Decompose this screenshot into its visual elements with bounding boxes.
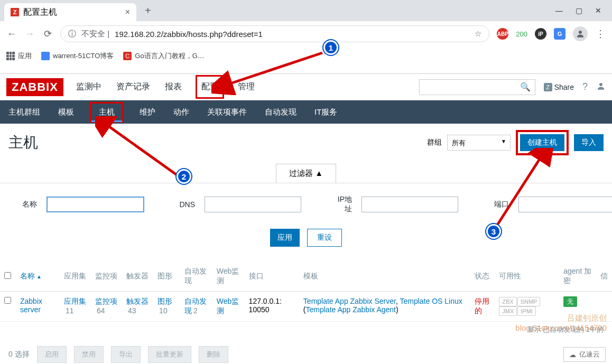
nav-configuration[interactable]: 配置: [196, 75, 224, 99]
bookmark-51cto[interactable]: warrent-51CTO博客: [41, 51, 114, 61]
col-availability: 可用性: [495, 262, 559, 292]
items-link[interactable]: 监控项: [95, 297, 117, 305]
user-icon[interactable]: [596, 81, 606, 93]
triggers-link[interactable]: 触发器: [126, 297, 149, 305]
interface-cell: 127.0.0.1: 10050: [245, 292, 299, 322]
reload-button[interactable]: ⟳: [42, 28, 53, 40]
subnav-templates[interactable]: 模板: [56, 102, 76, 123]
subnav-hosts[interactable]: 主机: [90, 102, 124, 123]
page-title-row: 主机 群组 所有 创建主机 导入: [0, 124, 612, 162]
filter-apply-button[interactable]: 应用: [270, 229, 300, 247]
maximize-icon[interactable]: ▢: [576, 6, 582, 15]
extension-count[interactable]: 200: [516, 30, 527, 38]
template-link[interactable]: Template App Zabbix Agent: [306, 305, 396, 314]
apps-icon: [6, 52, 15, 60]
create-host-button[interactable]: 创建主机: [520, 134, 564, 151]
main-nav: 监测中 资产记录 报表 配置 管理: [75, 75, 256, 99]
window-controls: — ▢ ✕: [555, 6, 608, 15]
close-window-icon[interactable]: ✕: [595, 6, 601, 15]
group-select[interactable]: 所有: [447, 135, 511, 151]
export-button: 导出: [111, 346, 141, 363]
abp-extension-icon[interactable]: ABP: [497, 28, 508, 40]
web-link[interactable]: Web监测: [217, 297, 239, 315]
status-toggle[interactable]: 停用的: [475, 297, 489, 315]
filter-fields: 名称 DNS IP地址 端口: [17, 195, 595, 214]
profile-avatar[interactable]: [573, 26, 588, 41]
tab-bar: Z 配置主机 × + — ▢ ✕: [0, 0, 612, 21]
extension-area: ABP 200 iP G ⋮: [497, 26, 606, 41]
col-web: Web监测: [212, 262, 245, 292]
minimize-icon[interactable]: —: [555, 6, 563, 15]
filter-panel: 名称 DNS IP地址 端口 应用 重设: [0, 183, 612, 258]
info-icon[interactable]: ⓘ: [68, 29, 76, 39]
table-row: Zabbix server 应用集11 监控项64 触发器43 图形10 自动发…: [0, 292, 612, 322]
address-bar[interactable]: ⓘ 不安全 | 192.168.20.2/zabbix/hosts.php?dd…: [60, 25, 489, 42]
nav-reports[interactable]: 报表: [164, 75, 183, 99]
browser-tab[interactable]: Z 配置主机 ×: [4, 3, 136, 21]
template-link[interactable]: Template OS Linux: [400, 297, 462, 305]
nav-bar: ← → ⟳ ⓘ 不安全 | 192.168.20.2/zabbix/hosts.…: [0, 21, 612, 46]
subnav-services[interactable]: IT服务: [312, 102, 339, 123]
share-button[interactable]: Z Share: [544, 83, 574, 91]
svg-point-0: [579, 31, 582, 34]
subnav-hostgroups[interactable]: 主机群组: [6, 102, 42, 123]
disable-button: 禁用: [74, 346, 104, 363]
back-button[interactable]: ←: [6, 29, 17, 40]
bookmark-icon: [41, 52, 50, 60]
select-all-checkbox[interactable]: [4, 272, 11, 279]
col-status: 状态: [470, 262, 495, 292]
ip-extension-icon[interactable]: iP: [535, 28, 546, 40]
subnav-actions[interactable]: 动作: [171, 102, 191, 123]
enable-button: 启用: [37, 346, 67, 363]
new-tab-button[interactable]: +: [145, 5, 151, 17]
search-input[interactable]: [424, 83, 520, 91]
template-link[interactable]: Template App Zabbix Server: [303, 297, 396, 305]
filter-ip-input[interactable]: [361, 197, 458, 212]
filter-port-input[interactable]: [518, 197, 612, 212]
filter-dns-input[interactable]: [205, 197, 301, 212]
filter-toggle[interactable]: 过滤器 ▲: [276, 164, 336, 183]
col-items: 监控项: [91, 262, 122, 292]
host-name-link[interactable]: Zabbix server: [20, 297, 42, 314]
nav-inventory[interactable]: 资产记录: [115, 75, 151, 99]
url-text: 192.168.20.2/zabbix/hosts.php?ddreset=1: [115, 30, 263, 39]
translate-extension-icon[interactable]: G: [554, 28, 565, 40]
bookmark-bar: 应用 warrent-51CTO博客 C Go语言入门教程，G…: [0, 46, 612, 66]
zabbix-header: ZABBIX 监测中 资产记录 报表 配置 管理 🔍 Z Share ?: [0, 74, 612, 100]
selected-count: 0 选择: [8, 350, 30, 359]
col-apps: 应用集: [60, 262, 91, 292]
search-icon[interactable]: 🔍: [520, 82, 531, 92]
close-tab-icon[interactable]: ×: [125, 7, 130, 17]
browser-chrome: Z 配置主机 × + — ▢ ✕ ← → ⟳ ⓘ 不安全 | 192.168.2…: [0, 0, 612, 74]
zabbix-logo[interactable]: ZABBIX: [6, 78, 63, 96]
row-checkbox[interactable]: [4, 297, 11, 304]
apps-bookmark[interactable]: 应用: [6, 51, 32, 61]
share-z-icon: Z: [544, 83, 552, 91]
col-agent: agent 加密: [559, 262, 596, 292]
delete-button: 删除: [199, 346, 228, 363]
star-icon[interactable]: ☆: [475, 29, 481, 39]
menu-icon[interactable]: ⋮: [595, 28, 606, 40]
bookmark-go[interactable]: C Go语言入门教程，G…: [123, 51, 204, 61]
nav-administration[interactable]: 管理: [237, 75, 256, 99]
help-icon[interactable]: ?: [582, 81, 588, 92]
search-box[interactable]: 🔍: [419, 79, 535, 95]
import-button[interactable]: 导入: [574, 134, 604, 151]
filter-name-input[interactable]: [47, 197, 144, 212]
subnav-discovery[interactable]: 自动发现: [263, 102, 299, 123]
subnav-correlation[interactable]: 关联项事件: [205, 102, 249, 123]
page-title: 主机: [8, 133, 38, 153]
apps-link[interactable]: 应用集: [64, 297, 86, 305]
avail-ipmi: IPMI: [517, 306, 536, 316]
yisu-badge[interactable]: ☁ 亿速云: [563, 347, 606, 362]
subnav-maintenance[interactable]: 维护: [137, 102, 157, 123]
graphs-link[interactable]: 图形: [157, 297, 172, 305]
avail-jmx: JMX: [499, 306, 517, 316]
filter-reset-button[interactable]: 重设: [307, 229, 342, 247]
col-name[interactable]: 名称▲: [16, 262, 60, 292]
nav-monitoring[interactable]: 监测中: [75, 75, 103, 99]
availability-cell: ZBXSNMPJMXIPMI: [495, 292, 559, 322]
filter-port-label: 端口: [489, 200, 509, 209]
zabbix-favicon: Z: [11, 8, 19, 16]
filter-tab-row: 过滤器 ▲: [0, 164, 612, 183]
